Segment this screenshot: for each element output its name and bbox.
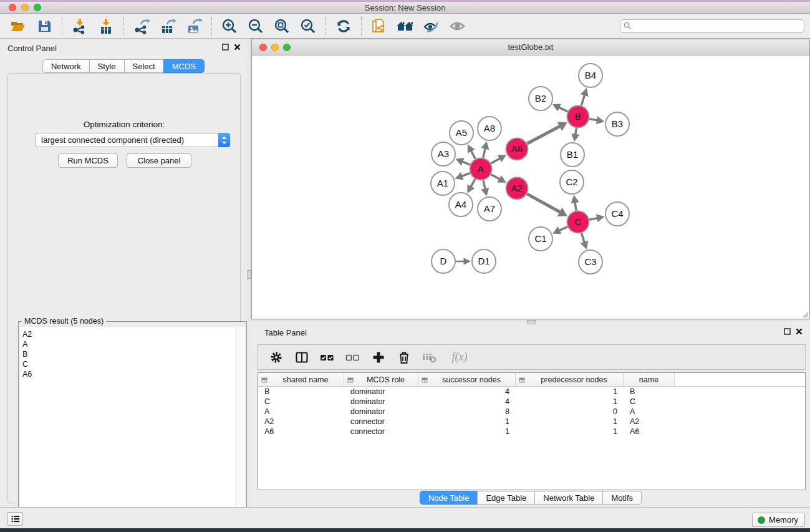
export-table-button[interactable] <box>155 15 181 37</box>
open-session-button[interactable] <box>5 15 31 37</box>
zoom-selected-button[interactable] <box>295 15 321 37</box>
column-header-MCDS-role[interactable]: MCDS role <box>344 373 418 386</box>
show-all-button[interactable] <box>445 15 471 37</box>
import-network-button[interactable] <box>67 15 93 37</box>
graph-edge-A-A5[interactable] <box>471 150 475 159</box>
mcds-result-item[interactable]: A6 <box>22 369 236 379</box>
graph-node-C1[interactable]: C1 <box>529 227 552 251</box>
column-header-predecessor-nodes[interactable]: predecessor nodes <box>516 373 624 386</box>
memory-button[interactable]: Memory <box>752 513 805 527</box>
graph-node-A4[interactable]: A4 <box>449 193 473 216</box>
tab-motifs[interactable]: Motifs <box>602 491 642 505</box>
tab-edge-table[interactable]: Edge Table <box>477 491 535 505</box>
graph-edge-A-A4[interactable] <box>470 179 475 187</box>
graph-edge-A-A6[interactable] <box>491 158 501 163</box>
graph-edge-A2-C[interactable] <box>527 194 561 213</box>
mcds-result-item[interactable]: C <box>22 359 236 369</box>
tab-node-table[interactable]: Node Table <box>420 491 478 505</box>
graph-node-D[interactable]: D <box>432 249 455 273</box>
graph-node-A[interactable]: A <box>470 158 492 180</box>
column-header-shared-name[interactable]: shared name <box>258 373 344 386</box>
delete-column-button[interactable] <box>396 348 412 367</box>
graph-node-D1[interactable]: D1 <box>472 249 496 273</box>
mcds-result-item[interactable]: B <box>22 349 236 359</box>
graph-edge-B-B4[interactable] <box>581 94 584 105</box>
close-panel-icon[interactable] <box>234 44 241 51</box>
table-options-button[interactable] <box>268 348 284 367</box>
tab-style[interactable]: Style <box>89 59 125 73</box>
mcds-result-item[interactable]: A <box>22 339 236 349</box>
tab-network[interactable]: Network <box>42 59 90 73</box>
table-row[interactable]: Adominator80A <box>258 407 805 417</box>
graph-edge-A-A8[interactable] <box>483 148 485 158</box>
run-mcds-button[interactable]: Run MCDS <box>58 153 118 168</box>
network-canvas[interactable]: AA1A2A3A4A5A6A7A8BB1B2B3B4CC1C2C3C4DD1 <box>252 56 809 319</box>
first-neighbors-button[interactable] <box>392 15 418 37</box>
close-panel-button[interactable]: Close panel <box>127 153 191 168</box>
add-column-button[interactable] <box>370 348 387 367</box>
zoom-fit-button[interactable] <box>269 15 295 37</box>
graph-node-B2[interactable]: B2 <box>529 87 552 110</box>
graph-edge-B-B2[interactable] <box>558 107 567 112</box>
graph-edge-A6-B[interactable] <box>527 126 561 144</box>
graph-node-C4[interactable]: C4 <box>605 202 629 226</box>
graph-node-B3[interactable]: B3 <box>605 112 629 136</box>
column-header-name[interactable]: name <box>624 373 675 386</box>
graph-node-A6[interactable]: A6 <box>506 138 528 160</box>
close-panel-icon[interactable] <box>796 328 803 335</box>
graph-edge-B-B3[interactable] <box>589 118 598 120</box>
graph-node-C3[interactable]: C3 <box>579 250 602 274</box>
save-session-button[interactable] <box>31 15 57 37</box>
function-builder-button[interactable]: f(x) <box>447 348 472 367</box>
export-network-button[interactable] <box>128 15 155 37</box>
float-panel-icon[interactable] <box>784 328 791 335</box>
graph-edge-C-C3[interactable] <box>582 233 585 243</box>
apply-layout-button[interactable] <box>330 15 357 37</box>
zoom-in-button[interactable] <box>216 15 243 37</box>
new-network-from-selection-button[interactable] <box>366 15 392 37</box>
graph-edge-A-A1[interactable] <box>461 173 470 177</box>
table-row[interactable]: Cdominator41C <box>258 397 805 407</box>
float-panel-icon[interactable] <box>222 44 229 51</box>
graph-edge-C-C4[interactable] <box>589 218 598 220</box>
graph-node-A1[interactable]: A1 <box>431 172 455 195</box>
task-history-button[interactable] <box>7 512 23 526</box>
table-row[interactable]: A2connector11A2 <box>258 417 805 427</box>
graph-node-A3[interactable]: A3 <box>432 142 455 166</box>
column-header-successor-nodes[interactable]: successor nodes <box>418 373 516 386</box>
zoom-out-button[interactable] <box>243 15 269 37</box>
graph-node-B1[interactable]: B1 <box>561 143 584 167</box>
resize-grip-icon[interactable] <box>802 311 809 318</box>
graph-node-A8[interactable]: A8 <box>478 117 501 140</box>
splitter-handle[interactable] <box>527 320 536 324</box>
vertical-splitter[interactable] <box>247 39 251 507</box>
table-row[interactable]: Bdominator41B <box>258 387 805 397</box>
deselect-all-button[interactable] <box>345 348 361 367</box>
graph-node-A2[interactable]: A2 <box>506 178 528 200</box>
graph-edge-C-C1[interactable] <box>559 227 567 231</box>
graph-edge-C-C2[interactable] <box>575 201 576 211</box>
hide-selected-button[interactable] <box>418 15 445 37</box>
splitter-handle[interactable] <box>247 270 251 279</box>
search-input[interactable] <box>620 19 804 33</box>
graph-node-B[interactable]: B <box>567 106 589 128</box>
graph-node-C2[interactable]: C2 <box>560 170 584 194</box>
horizontal-splitter[interactable] <box>251 319 810 325</box>
network-window-titlebar[interactable]: testGlobe.txt <box>252 39 809 56</box>
graph-node-C[interactable]: C <box>567 211 589 233</box>
show-column-button[interactable] <box>294 348 310 367</box>
tab-mcds[interactable]: MCDS <box>163 59 205 73</box>
scrollbar-track[interactable] <box>236 327 245 531</box>
mcds-result-item[interactable]: A2 <box>22 329 236 339</box>
graph-node-A5[interactable]: A5 <box>450 121 473 145</box>
graph-edge-A-A7[interactable] <box>483 180 485 190</box>
tab-network-table[interactable]: Network Table <box>534 491 603 505</box>
select-all-button[interactable] <box>319 348 335 367</box>
graph-edge-A-A2[interactable] <box>491 175 500 180</box>
export-image-button[interactable] <box>181 15 207 37</box>
tab-select[interactable]: Select <box>124 59 164 73</box>
graph-edge-A-A3[interactable] <box>461 162 470 165</box>
graph-node-A7[interactable]: A7 <box>478 197 501 221</box>
table-row[interactable]: A6connector11A6 <box>258 427 805 437</box>
graph-node-B4[interactable]: B4 <box>579 64 602 87</box>
